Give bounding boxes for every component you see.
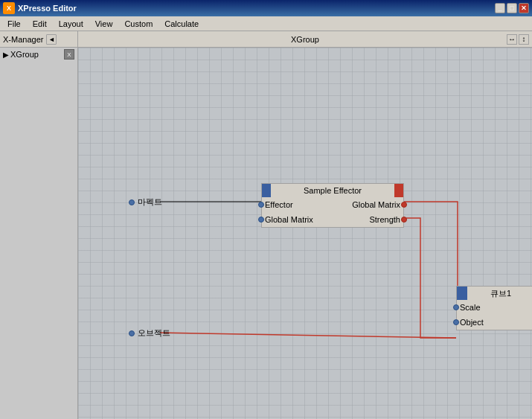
menu-layout[interactable]: Layout (53, 18, 89, 30)
sample-effector-node: Sample Effector Effector Global Matrix G… (261, 183, 404, 228)
global-matrix-output-label: Global Matrix (352, 200, 400, 209)
sample-effector-title: Sample Effector (304, 186, 362, 195)
canvas-nav-horizontal[interactable]: ↔ (507, 34, 517, 45)
cube1-row-1: Object (457, 315, 532, 330)
scale-input-port[interactable] (453, 304, 459, 310)
cube1-header: 큐브1 (457, 287, 532, 300)
window-title: XPresso Editor (18, 4, 495, 13)
global-matrix-output-port[interactable] (401, 202, 407, 208)
effector-outer-port[interactable] (129, 199, 135, 205)
scale-label: Scale (460, 303, 481, 312)
cube1-title: 큐브1 (490, 288, 511, 299)
menu-view[interactable]: View (89, 18, 119, 30)
window-controls: _ □ ✕ (495, 3, 529, 13)
object-label: Object (460, 318, 484, 327)
cube1-node: 큐브1 Scale Object (456, 286, 532, 330)
minimize-button[interactable]: _ (495, 3, 505, 13)
xgroup-tree-item[interactable]: ▶ XGroup X (0, 48, 77, 61)
x-manager-label: X-Manager (3, 35, 43, 44)
strength-output-port[interactable] (401, 217, 407, 223)
close-button[interactable]: ✕ (519, 3, 529, 13)
xgroup-arrow-icon: ▶ (3, 51, 9, 59)
connections-layer (78, 48, 532, 419)
x-manager-bar: X-Manager ◄ (0, 31, 77, 48)
node-canvas[interactable]: 마펙트 오브젝트 Sample Effector Effector Global… (78, 48, 532, 419)
sidebar: X-Manager ◄ ▶ XGroup X (0, 31, 78, 419)
maximize-button[interactable]: □ (507, 3, 517, 13)
canvas-nav-buttons: ↔ ↕ (507, 34, 529, 45)
object-outer-node: 오브젝트 (129, 327, 170, 339)
cube1-row-0: Scale (457, 300, 532, 315)
xgroup-type-icon: X (64, 49, 74, 60)
menu-edit[interactable]: Edit (27, 18, 53, 30)
strength-output-label: Strength (369, 215, 400, 224)
object-outer-label: 오브젝트 (138, 327, 170, 339)
global-matrix-input-label: Global Matrix (265, 215, 313, 224)
menu-custom[interactable]: Custom (118, 18, 158, 30)
main-container: X-Manager ◄ ▶ XGroup X XGroup ↔ ↕ (0, 31, 532, 419)
canvas-area: XGroup ↔ ↕ 마펙트 (78, 31, 532, 419)
app-icon: X (3, 2, 15, 14)
canvas-title: XGroup (291, 35, 319, 44)
xgroup-label: XGroup (10, 50, 64, 59)
effector-input-port[interactable] (258, 202, 264, 208)
effector-outer-node: 마펙트 (129, 196, 162, 208)
effector-outer-label: 마펙트 (138, 196, 162, 208)
sample-effector-row-1: Global Matrix Strength (262, 212, 403, 227)
menu-bar: File Edit Layout View Custom Calculate (0, 16, 532, 31)
global-matrix-input-port[interactable] (258, 217, 264, 223)
sample-effector-row-0: Effector Global Matrix (262, 197, 403, 212)
object-outer-port[interactable] (129, 330, 135, 336)
sample-effector-header: Sample Effector (262, 184, 403, 197)
title-bar: X XPresso Editor _ □ ✕ (0, 0, 532, 16)
object-input-port[interactable] (453, 319, 459, 325)
canvas-header: XGroup ↔ ↕ (78, 31, 532, 48)
menu-calculate[interactable]: Calculate (158, 18, 205, 30)
canvas-nav-vertical[interactable]: ↕ (519, 34, 529, 45)
menu-file[interactable]: File (1, 18, 27, 30)
manager-collapse-button[interactable]: ◄ (46, 34, 57, 45)
effector-input-label: Effector (265, 200, 293, 209)
